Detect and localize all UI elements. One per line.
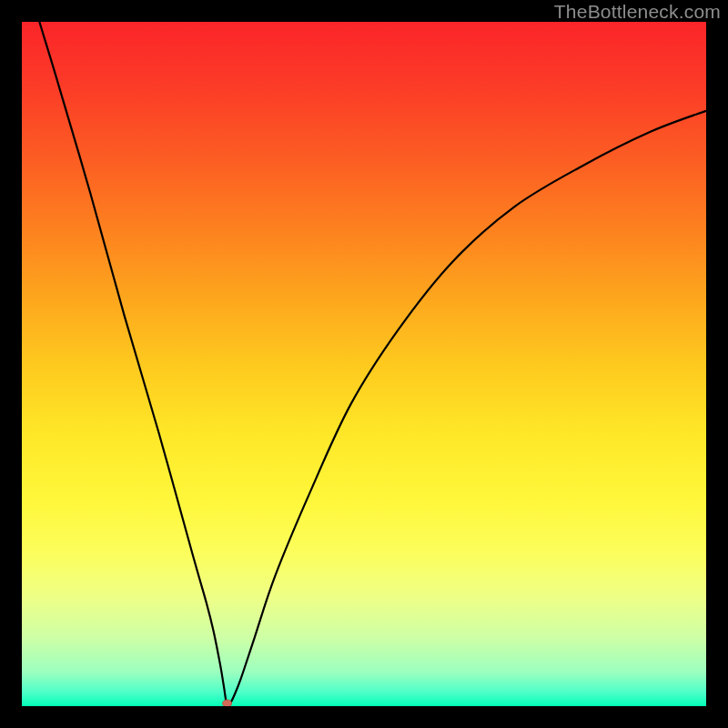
chart-plot-area <box>22 22 706 706</box>
optimal-point-marker <box>223 700 232 706</box>
watermark-text: TheBottleneck.com <box>554 1 721 23</box>
bottleneck-chart <box>22 22 706 706</box>
bottleneck-curve-line <box>22 22 706 706</box>
